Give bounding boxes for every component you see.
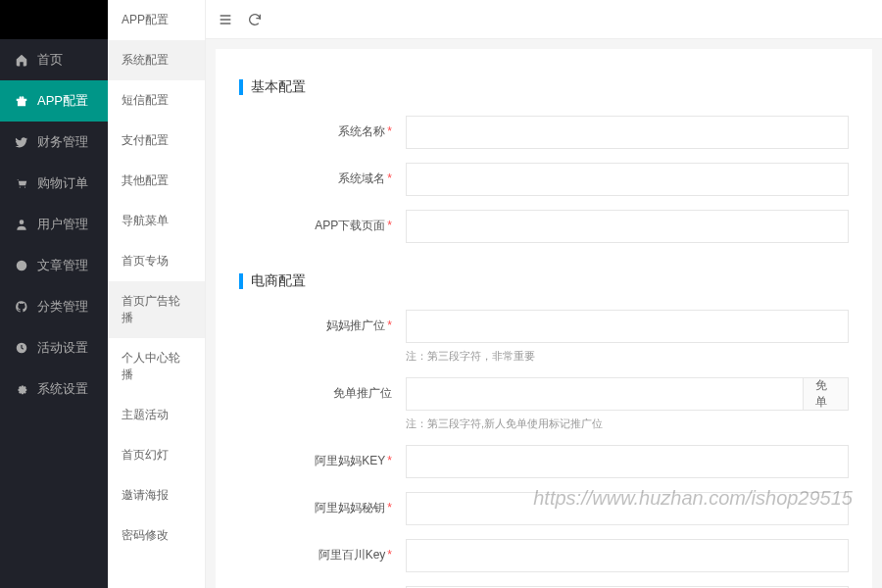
- section-bar: [239, 273, 243, 289]
- gift-icon: [14, 94, 29, 108]
- row-sys-domain: 系统域名*: [239, 163, 849, 196]
- nav-system[interactable]: 系统设置: [0, 368, 108, 410]
- nav-app-config[interactable]: APP配置: [0, 80, 108, 122]
- input-alimama-key[interactable]: [406, 445, 849, 478]
- sub-sms-config[interactable]: 短信配置: [108, 80, 205, 121]
- section-basic: 基本配置: [239, 78, 849, 96]
- github-icon: [14, 300, 29, 314]
- svg-point-0: [17, 261, 27, 271]
- twitter-icon: [14, 135, 29, 149]
- label-sys-name: 系统名称*: [239, 116, 406, 140]
- input-baichuan-key[interactable]: [406, 539, 849, 572]
- nav-activities[interactable]: 活动设置: [0, 327, 108, 368]
- sub-pay-config[interactable]: 支付配置: [108, 121, 205, 161]
- menu-toggle-icon[interactable]: [218, 12, 233, 27]
- nav-label: 活动设置: [37, 339, 88, 357]
- nav-categories[interactable]: 分类管理: [0, 286, 108, 327]
- input-alimama-secret[interactable]: [406, 492, 849, 525]
- nav-articles[interactable]: 文章管理: [0, 245, 108, 286]
- sub-home-carousel[interactable]: 首页广告轮播: [108, 281, 205, 338]
- sub-system-config[interactable]: 系统配置: [108, 40, 205, 80]
- document-icon: [14, 259, 29, 272]
- gear-icon: [14, 382, 29, 396]
- nav-label: 文章管理: [37, 257, 88, 274]
- nav-label: 用户管理: [37, 216, 88, 233]
- row-app-download: APP下载页面*: [239, 210, 849, 243]
- sub-home-slide[interactable]: 首页幻灯: [108, 435, 205, 475]
- section-title-text: 电商配置: [251, 272, 306, 290]
- label-alimama-secret: 阿里妈妈秘钥*: [239, 492, 406, 516]
- label-free-slot: 免单推广位: [239, 377, 406, 402]
- input-sys-name[interactable]: [406, 116, 849, 149]
- row-baichuan-key: 阿里百川Key*: [239, 539, 849, 572]
- home-icon: [14, 53, 29, 67]
- refresh-icon[interactable]: [247, 12, 263, 27]
- topbar: [206, 0, 882, 39]
- sub-profile-carousel[interactable]: 个人中心轮播: [108, 338, 205, 395]
- sub-sidebar: APP配置 系统配置 短信配置 支付配置 其他配置 导航菜单 首页专场 首页广告…: [108, 0, 206, 588]
- user-icon: [14, 218, 29, 231]
- content-area: 基本配置 系统名称* 系统域名* APP下载页面* 电商配置: [206, 39, 882, 588]
- sub-theme-activity[interactable]: 主题活动: [108, 395, 205, 435]
- sub-app-config[interactable]: APP配置: [108, 0, 205, 40]
- sub-other-config[interactable]: 其他配置: [108, 161, 205, 201]
- input-app-download[interactable]: [406, 210, 849, 243]
- sub-nav-menu[interactable]: 导航菜单: [108, 201, 205, 241]
- row-promo-slot: 妈妈推广位* 注：第三段字符，非常重要: [239, 310, 849, 364]
- sub-home-special[interactable]: 首页专场: [108, 241, 205, 281]
- label-baichuan-key: 阿里百川Key*: [239, 539, 406, 564]
- logo-area: [0, 0, 108, 39]
- nav-finance[interactable]: 财务管理: [0, 122, 108, 163]
- hint-free-slot: 注：第三段字符,新人免单使用标记推广位: [406, 416, 849, 431]
- nav-label: 购物订单: [37, 174, 88, 192]
- cart-icon: [14, 176, 29, 190]
- nav-label: 首页: [37, 51, 63, 69]
- nav-label: 财务管理: [37, 133, 88, 151]
- row-alimama-key: 阿里妈妈KEY*: [239, 445, 849, 478]
- label-alimama-key: 阿里妈妈KEY*: [239, 445, 406, 469]
- input-sys-domain[interactable]: [406, 163, 849, 196]
- input-free-slot[interactable]: [406, 377, 804, 411]
- input-promo-slot[interactable]: [406, 310, 849, 343]
- nav-orders[interactable]: 购物订单: [0, 163, 108, 204]
- row-sys-name: 系统名称*: [239, 116, 849, 149]
- main-sidebar: 首页 APP配置 财务管理 购物订单 用户管理 文章管理 分类管理 活动设置: [0, 0, 108, 588]
- nav-home[interactable]: 首页: [0, 39, 108, 80]
- nav-label: APP配置: [37, 92, 88, 110]
- addon-free-slot: 免单: [804, 377, 849, 411]
- hint-promo-slot: 注：第三段字符，非常重要: [406, 349, 849, 364]
- section-bar: [239, 79, 243, 95]
- row-alimama-secret: 阿里妈妈秘钥*: [239, 492, 849, 525]
- nav-label: 系统设置: [37, 380, 88, 398]
- label-app-download: APP下载页面*: [239, 210, 406, 234]
- sub-password[interactable]: 密码修改: [108, 515, 205, 556]
- dashboard-icon: [14, 341, 29, 355]
- row-free-slot: 免单推广位 免单 注：第三段字符,新人免单使用标记推广位: [239, 377, 849, 431]
- nav-users[interactable]: 用户管理: [0, 204, 108, 245]
- sub-invite-poster[interactable]: 邀请海报: [108, 475, 205, 515]
- section-ecom: 电商配置: [239, 272, 849, 290]
- label-sys-domain: 系统域名*: [239, 163, 406, 187]
- main-area: 基本配置 系统名称* 系统域名* APP下载页面* 电商配置: [206, 0, 882, 588]
- label-promo-slot: 妈妈推广位*: [239, 310, 406, 334]
- section-title-text: 基本配置: [251, 78, 306, 96]
- nav-label: 分类管理: [37, 298, 88, 316]
- form-panel: 基本配置 系统名称* 系统域名* APP下载页面* 电商配置: [216, 49, 872, 588]
